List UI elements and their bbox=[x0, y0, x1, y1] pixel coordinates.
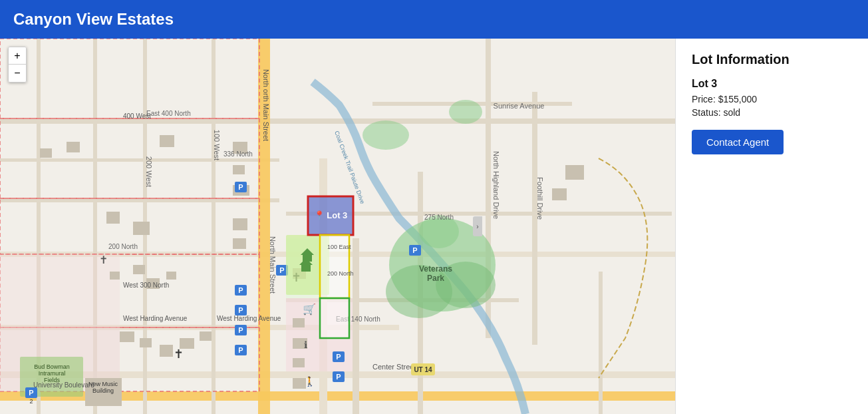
lot-info-heading: Lot Information bbox=[692, 52, 852, 67]
app-header: Canyon View Estates bbox=[0, 0, 868, 39]
svg-rect-61 bbox=[293, 358, 305, 367]
svg-rect-127 bbox=[320, 298, 349, 338]
svg-text:P: P bbox=[238, 346, 243, 354]
svg-text:Park: Park bbox=[427, 274, 444, 283]
svg-text:🛒: 🛒 bbox=[303, 303, 316, 315]
svg-rect-40 bbox=[233, 165, 245, 174]
svg-rect-47 bbox=[67, 142, 80, 152]
svg-text:100 West: 100 West bbox=[213, 130, 221, 160]
svg-rect-5 bbox=[0, 198, 279, 202]
svg-rect-20 bbox=[212, 39, 216, 414]
svg-rect-42 bbox=[233, 218, 247, 230]
svg-point-37 bbox=[449, 100, 482, 124]
app-title: Canyon View Estates bbox=[13, 10, 174, 29]
svg-text:P: P bbox=[336, 353, 341, 361]
svg-rect-22 bbox=[599, 272, 603, 414]
svg-text:Center Street: Center Street bbox=[372, 363, 416, 371]
svg-text:West Harding Avenue: West Harding Avenue bbox=[217, 315, 281, 322]
map-container: + − bbox=[0, 39, 675, 414]
lot-name: Lot 3 bbox=[692, 78, 852, 90]
svg-text:Building: Building bbox=[92, 387, 114, 394]
svg-text:🚶: 🚶 bbox=[304, 376, 316, 387]
svg-rect-63 bbox=[565, 165, 584, 180]
svg-rect-8 bbox=[0, 158, 279, 162]
main-layout: + − bbox=[0, 39, 868, 414]
svg-text:P: P bbox=[238, 183, 243, 191]
svg-text:North orth Main Street: North orth Main Street bbox=[262, 69, 270, 141]
svg-text:336 North: 336 North bbox=[223, 150, 253, 158]
map-svg: ✝ ✝ ✝ P P P P P P P P P P 2 bbox=[0, 39, 675, 414]
panel-collapse-arrow[interactable]: › bbox=[473, 216, 482, 236]
lot-price: Price: $155,000 bbox=[692, 94, 852, 104]
svg-rect-59 bbox=[293, 318, 305, 327]
lot-status: Status: sold bbox=[692, 107, 852, 118]
svg-text:P: P bbox=[238, 326, 243, 334]
svg-rect-54 bbox=[140, 338, 152, 347]
svg-rect-14 bbox=[353, 238, 359, 414]
svg-text:East 400 North: East 400 North bbox=[146, 110, 191, 117]
svg-rect-44 bbox=[133, 222, 150, 235]
svg-text:✝: ✝ bbox=[99, 254, 108, 266]
svg-rect-52 bbox=[166, 272, 176, 280]
svg-text:2: 2 bbox=[29, 398, 33, 405]
svg-point-36 bbox=[362, 120, 409, 150]
svg-text:P: P bbox=[29, 389, 33, 397]
svg-text:North Highland Drive: North Highland Drive bbox=[492, 151, 500, 219]
svg-text:P: P bbox=[238, 286, 243, 294]
svg-text:200 West: 200 West bbox=[145, 156, 153, 187]
svg-text:Sunrise Avenue: Sunrise Avenue bbox=[494, 102, 545, 110]
svg-rect-53 bbox=[120, 331, 134, 342]
svg-text:✝: ✝ bbox=[174, 347, 184, 361]
svg-rect-49 bbox=[110, 272, 120, 280]
svg-text:📍 Lot 3: 📍 Lot 3 bbox=[314, 210, 348, 221]
svg-rect-55 bbox=[160, 345, 173, 357]
svg-rect-57 bbox=[200, 331, 212, 341]
svg-text:P: P bbox=[336, 373, 341, 381]
svg-rect-48 bbox=[160, 135, 174, 147]
svg-text:UT 14: UT 14 bbox=[414, 366, 432, 373]
svg-text:University Boulevard: University Boulevard bbox=[33, 381, 94, 389]
svg-text:West 300 North: West 300 North bbox=[123, 282, 169, 289]
svg-text:ℹ: ℹ bbox=[304, 339, 307, 350]
svg-rect-45 bbox=[106, 212, 120, 224]
svg-text:Intramural: Intramural bbox=[39, 370, 66, 377]
svg-text:Veterans: Veterans bbox=[419, 264, 452, 274]
svg-text:Foothill Drive: Foothill Drive bbox=[536, 177, 544, 220]
svg-text:P: P bbox=[238, 306, 243, 314]
svg-text:P: P bbox=[412, 246, 417, 254]
svg-text:100 East: 100 East bbox=[327, 244, 351, 250]
zoom-out-button[interactable]: − bbox=[9, 65, 26, 82]
svg-text:West Harding Avenue: West Harding Avenue bbox=[123, 315, 188, 322]
svg-rect-7 bbox=[0, 118, 675, 124]
zoom-in-button[interactable]: + bbox=[9, 47, 26, 65]
svg-rect-43 bbox=[233, 238, 246, 249]
svg-rect-64 bbox=[552, 188, 567, 200]
svg-text:275 North: 275 North bbox=[424, 214, 454, 221]
svg-text:200 North: 200 North bbox=[108, 243, 138, 250]
info-panel: Lot Information Lot 3 Price: $155,000 St… bbox=[675, 39, 868, 414]
zoom-controls: + − bbox=[8, 47, 27, 83]
svg-text:P: P bbox=[279, 266, 284, 274]
svg-rect-122 bbox=[301, 265, 311, 272]
svg-rect-50 bbox=[133, 265, 145, 274]
svg-rect-46 bbox=[40, 148, 52, 158]
svg-text:North Main Street: North Main Street bbox=[269, 236, 277, 294]
svg-text:Bud Bowman: Bud Bowman bbox=[34, 363, 70, 370]
contact-agent-button[interactable]: Contact Agent bbox=[692, 130, 784, 154]
svg-text:200 North: 200 North bbox=[327, 270, 354, 277]
